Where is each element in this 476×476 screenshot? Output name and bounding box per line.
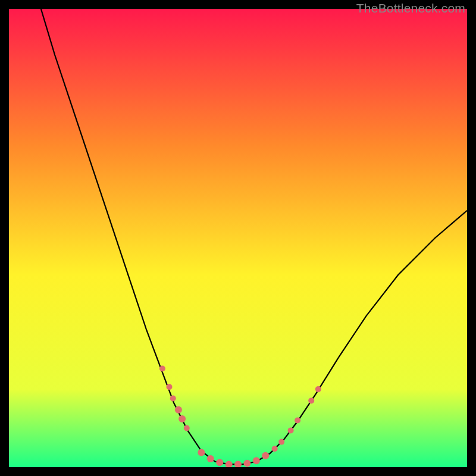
marker-point <box>262 452 269 459</box>
marker-point <box>167 384 173 390</box>
marker-point <box>216 459 223 466</box>
marker-point <box>288 427 294 433</box>
marker-point <box>170 396 176 402</box>
marker-point <box>198 449 205 456</box>
gradient-background <box>9 9 467 467</box>
chart-svg <box>9 9 467 467</box>
watermark-label: TheBottleneck.com <box>356 1 465 15</box>
marker-point <box>175 406 182 414</box>
marker-point <box>184 425 190 431</box>
marker-point <box>308 397 314 403</box>
marker-point <box>159 366 165 372</box>
marker-point <box>295 418 300 424</box>
marker-point <box>178 415 186 422</box>
chart-frame <box>9 9 467 467</box>
marker-point <box>253 457 260 464</box>
marker-point <box>243 460 250 467</box>
marker-point <box>207 455 214 462</box>
marker-point <box>315 386 321 392</box>
marker-point <box>278 439 284 445</box>
marker-point <box>272 446 278 452</box>
